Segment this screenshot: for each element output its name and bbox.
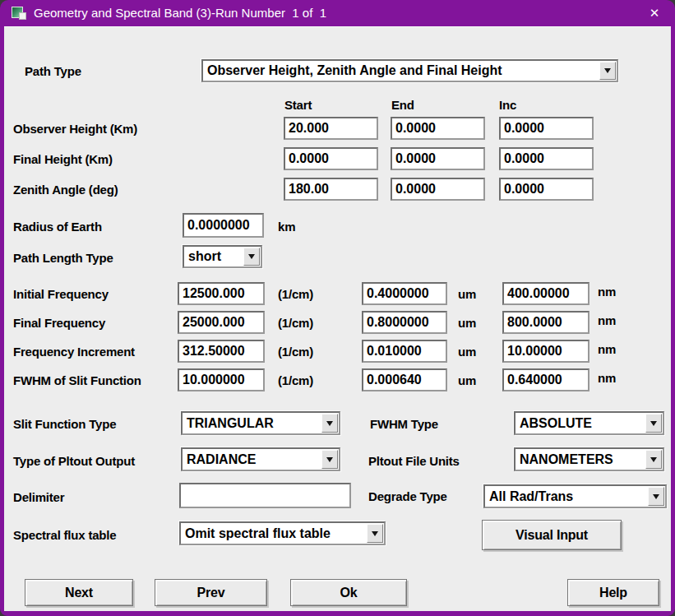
final-frequency-cm-input[interactable]	[178, 311, 265, 334]
observer-height-end-input[interactable]	[391, 117, 485, 140]
final-frequency-label: Final Frequency	[13, 316, 105, 330]
fwhm-slit-nm-input[interactable]	[502, 368, 589, 391]
visual-input-button[interactable]: Visual Input	[482, 520, 622, 550]
fwhm-slit-um-input[interactable]	[362, 368, 447, 391]
final-frequency-cm-unit: (1/cm)	[278, 316, 313, 330]
slit-function-type-combobox[interactable]: TRIANGULAR	[181, 411, 340, 435]
initial-frequency-um-input[interactable]	[362, 282, 447, 305]
final-height-start-input[interactable]	[284, 147, 378, 170]
spectral-flux-table-combobox[interactable]: Omit spectral flux table	[179, 521, 386, 545]
pltout-output-type-combobox[interactable]: RADIANCE	[181, 447, 340, 471]
fwhm-slit-nm-unit: nm	[598, 371, 616, 385]
pltout-file-units-combobox[interactable]: NANOMETERS	[514, 447, 664, 471]
pltout-output-type-label: Type of Pltout Output	[13, 454, 135, 468]
pltout-file-units-value: NANOMETERS	[520, 452, 613, 467]
degrade-type-combobox[interactable]: All Rad/Trans	[483, 484, 667, 508]
column-header-end: End	[391, 98, 414, 112]
fwhm-slit-um-unit: um	[458, 373, 476, 387]
prev-button[interactable]: Prev	[155, 579, 267, 606]
fwhm-slit-function-label: FWHM of Slit Function	[13, 373, 141, 387]
app-icon	[12, 7, 26, 20]
help-button[interactable]: Help	[567, 579, 659, 606]
observer-height-inc-input[interactable]	[499, 117, 594, 140]
frequency-increment-label: Frequency Increment	[13, 345, 135, 359]
initial-frequency-um-unit: um	[458, 287, 476, 301]
chevron-down-icon[interactable]	[243, 248, 260, 266]
frequency-increment-nm-unit: nm	[598, 342, 616, 356]
chevron-down-icon[interactable]	[321, 450, 338, 469]
pltout-file-units-label: Pltout File Units	[368, 454, 460, 468]
initial-frequency-cm-input[interactable]	[178, 282, 265, 305]
final-frequency-um-input[interactable]	[362, 311, 447, 334]
path-length-type-combobox[interactable]: short	[183, 245, 262, 268]
chevron-down-icon[interactable]	[648, 487, 664, 506]
path-length-type-value: short	[188, 249, 221, 264]
pltout-output-type-value: RADIANCE	[187, 452, 256, 467]
path-type-combobox[interactable]: Observer Height, Zenith Angle and Final …	[201, 59, 618, 82]
dialog-window: Geometry and Spectral Band (3)-Run Numbe…	[0, 0, 675, 616]
chevron-down-icon[interactable]	[645, 414, 662, 433]
zenith-angle-start-input[interactable]	[284, 178, 378, 201]
titlebar: Geometry and Spectral Band (3)-Run Numbe…	[0, 0, 675, 26]
initial-frequency-nm-input[interactable]	[502, 282, 589, 305]
radius-of-earth-label: Radius of Earth	[13, 220, 102, 234]
chevron-down-icon[interactable]	[599, 62, 616, 80]
chevron-down-icon[interactable]	[645, 450, 662, 469]
zenith-angle-label: Zenith Angle (deg)	[13, 183, 118, 197]
final-height-end-input[interactable]	[391, 147, 485, 170]
final-frequency-nm-unit: nm	[598, 313, 616, 327]
spectral-flux-table-value: Omit spectral flux table	[185, 526, 331, 541]
observer-height-label: Observer Height (Km)	[13, 122, 137, 136]
delimiter-label: Delimiter	[13, 490, 64, 504]
final-height-label: Final Height (Km)	[13, 152, 113, 166]
zenith-angle-end-input[interactable]	[391, 178, 485, 201]
column-header-inc: Inc	[499, 98, 516, 112]
ok-button[interactable]: Ok	[290, 579, 407, 606]
fwhm-type-label: FWHM Type	[370, 417, 438, 431]
window-title: Geometry and Spectral Band (3)-Run Numbe…	[34, 6, 326, 20]
frequency-increment-cm-unit: (1/cm)	[278, 345, 313, 359]
chevron-down-icon[interactable]	[321, 414, 338, 433]
final-frequency-nm-input[interactable]	[502, 311, 589, 334]
fwhm-type-value: ABSOLUTE	[520, 416, 592, 431]
initial-frequency-nm-unit: nm	[598, 285, 616, 299]
path-type-value: Observer Height, Zenith Angle and Final …	[207, 63, 502, 78]
final-frequency-um-unit: um	[458, 316, 476, 330]
next-button[interactable]: Next	[25, 579, 133, 606]
frequency-increment-um-unit: um	[458, 345, 476, 359]
spectral-flux-table-label: Spectral flux table	[13, 528, 116, 542]
column-header-start: Start	[284, 98, 312, 112]
slit-function-type-value: TRIANGULAR	[187, 416, 274, 431]
observer-height-start-input[interactable]	[284, 117, 378, 140]
close-icon[interactable]: ✕	[640, 2, 668, 24]
frequency-increment-cm-input[interactable]	[178, 340, 265, 363]
fwhm-type-combobox[interactable]: ABSOLUTE	[514, 411, 664, 435]
path-type-label: Path Type	[25, 64, 81, 78]
degrade-type-label: Degrade Type	[368, 489, 447, 503]
chevron-down-icon[interactable]	[367, 524, 383, 543]
radius-of-earth-input[interactable]	[183, 213, 264, 238]
initial-frequency-label: Initial Frequency	[13, 287, 109, 301]
initial-frequency-cm-unit: (1/cm)	[278, 287, 313, 301]
zenith-angle-inc-input[interactable]	[499, 178, 594, 201]
slit-function-type-label: Slit Function Type	[13, 417, 116, 431]
fwhm-slit-cm-unit: (1/cm)	[278, 373, 313, 387]
fwhm-slit-cm-input[interactable]	[178, 368, 265, 391]
final-height-inc-input[interactable]	[499, 147, 594, 170]
delimiter-input[interactable]	[179, 483, 351, 508]
radius-of-earth-unit: km	[278, 220, 295, 234]
degrade-type-value: All Rad/Trans	[489, 489, 573, 504]
frequency-increment-um-input[interactable]	[362, 340, 447, 363]
path-length-type-label: Path Length Type	[13, 251, 113, 265]
frequency-increment-nm-input[interactable]	[502, 340, 589, 363]
